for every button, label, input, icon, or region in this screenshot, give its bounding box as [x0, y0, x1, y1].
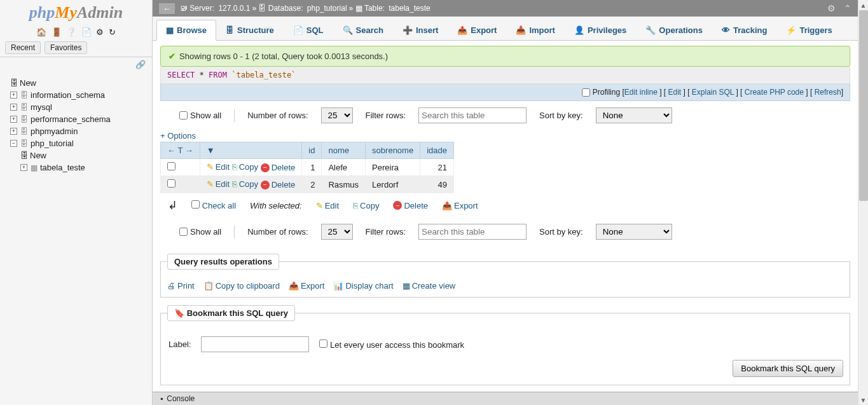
tree-db[interactable]: +🗄mysql [3, 101, 149, 113]
nav-collapse-button[interactable]: ← [159, 3, 175, 14]
settings-icon[interactable]: ⚙ [96, 27, 104, 37]
logo[interactable]: phpMyAdmin [0, 0, 152, 25]
vertical-scrollbar[interactable]: ▲ ▼ [858, 0, 868, 405]
gear-icon[interactable]: ⚙ [827, 3, 836, 13]
scroll-up-arrow[interactable]: ▲ [858, 0, 868, 10]
table-icon: ▦ [355, 4, 362, 13]
sql-icon[interactable]: 📄 [81, 27, 92, 37]
bulk-delete[interactable]: −Delete [393, 201, 428, 210]
show-all-checkbox[interactable] [179, 111, 188, 120]
bookmark-submit-button[interactable]: Bookmark this SQL query [733, 360, 843, 377]
scroll-down-arrow[interactable]: ▼ [858, 395, 868, 405]
export-icon: 📤 [442, 201, 452, 210]
show-all-control[interactable]: Show all [179, 227, 221, 237]
profiling-checkbox[interactable] [582, 88, 590, 97]
row-checkbox[interactable] [167, 179, 176, 188]
tab-structure[interactable]: 🗄Structure [216, 20, 284, 40]
num-rows-label: Number of rows: [247, 111, 308, 120]
column-id[interactable]: id [302, 142, 322, 159]
home-icon[interactable]: 🏠 [36, 27, 46, 37]
check-all-checkbox[interactable] [191, 200, 200, 209]
chart-icon: 📊 [333, 281, 343, 291]
select-all-header[interactable]: ← T → [161, 142, 200, 159]
bulk-copy[interactable]: ⎘Copy [353, 201, 379, 210]
row-delete[interactable]: −Delete [261, 163, 296, 172]
tree-db[interactable]: +🗄phpmyadmin [3, 125, 149, 137]
breadcrumb-table[interactable]: tabela_teste [389, 4, 430, 13]
expand-icon[interactable]: + [10, 116, 17, 123]
explain-link[interactable]: Explain SQL [692, 88, 734, 97]
expand-icon[interactable]: + [10, 128, 17, 135]
tab-operations[interactable]: 🔧Operations [636, 20, 712, 40]
bulk-export[interactable]: 📤Export [442, 201, 478, 210]
tab-tracking[interactable]: 👁Tracking [712, 20, 776, 40]
tab-sql[interactable]: 📄SQL [284, 20, 333, 40]
tab-insert[interactable]: ➕Insert [393, 20, 448, 40]
tab-triggers[interactable]: ⚡Triggers [776, 20, 841, 40]
filter-input[interactable] [418, 107, 527, 123]
export-link[interactable]: 📤Export [289, 281, 325, 291]
reload-icon[interactable]: ↻ [109, 27, 116, 37]
tree-db[interactable]: +🗄performance_schema [3, 113, 149, 125]
link-icon[interactable]: 🔗 [135, 60, 146, 69]
tab-search[interactable]: 🔍Search [333, 20, 393, 40]
bookmark-label-input[interactable] [201, 336, 309, 352]
row-edit[interactable]: ✎Edit [207, 162, 230, 172]
server-icon: 🖳 [180, 4, 188, 13]
profiling-label[interactable]: Profiling [593, 88, 620, 97]
bookmark-share-checkbox[interactable] [319, 340, 327, 348]
tree-new-table[interactable]: 🗄 New [3, 149, 149, 161]
num-rows-select[interactable]: 25 [321, 224, 353, 240]
row-delete[interactable]: −Delete [261, 180, 296, 189]
row-checkbox[interactable] [167, 162, 176, 170]
tab-recent[interactable]: Recent [5, 41, 41, 54]
column-sobrenome[interactable]: sobrenome [366, 142, 420, 159]
sort-key-select[interactable]: None [596, 224, 672, 240]
column-nome[interactable]: nome [322, 142, 366, 159]
options-toggle[interactable]: + Options [160, 130, 850, 142]
tree-db-expanded[interactable]: −🗄php_tutorial [3, 137, 149, 149]
new-db-icon: 🗄 [10, 78, 18, 88]
show-all-control[interactable]: Show all [179, 111, 221, 120]
tab-import[interactable]: 📥Import [506, 20, 564, 40]
tab-browse[interactable]: ▦Browse [156, 20, 216, 41]
refresh-link[interactable]: Refresh [815, 88, 841, 97]
sort-key-select[interactable]: None [596, 107, 672, 123]
edit-inline-link[interactable]: Edit inline [624, 88, 658, 97]
row-edit[interactable]: ✎Edit [207, 179, 230, 189]
expand-icon[interactable]: + [10, 92, 17, 99]
create-php-link[interactable]: Create PHP code [745, 88, 804, 97]
column-idade[interactable]: idade [420, 142, 454, 159]
print-link[interactable]: 🖨Print [167, 281, 195, 291]
expand-icon[interactable]: + [20, 164, 27, 171]
exit-icon[interactable]: 🚪 [52, 27, 62, 37]
check-all-control[interactable]: Check all [191, 200, 236, 210]
tab-privileges[interactable]: 👤Privileges [565, 20, 636, 40]
bookmark-share-control[interactable]: Let every user access this bookmark [319, 340, 464, 350]
expand-icon[interactable]: + [10, 104, 17, 111]
row-copy[interactable]: ⎘Copy [232, 162, 258, 172]
collapse-up-icon[interactable]: ⌃ [844, 3, 851, 13]
console-toggle[interactable]: ▪ Console [153, 392, 858, 405]
show-all-checkbox[interactable] [179, 228, 188, 236]
scrollbar-thumb[interactable] [859, 10, 868, 201]
sort-indicator[interactable]: ▼ [200, 142, 302, 159]
tree-table[interactable]: +▦tabela_teste [3, 161, 149, 174]
edit-link[interactable]: Edit [668, 88, 681, 97]
filter-input[interactable] [418, 224, 527, 240]
docs-icon[interactable]: ❔ [66, 27, 76, 37]
breadcrumb-db[interactable]: php_tutorial [307, 4, 347, 13]
num-rows-select[interactable]: 25 [321, 107, 353, 123]
collapse-icon[interactable]: − [10, 140, 17, 147]
tab-export[interactable]: 📤Export [448, 20, 506, 40]
bookmark-legend: 🔖 Bookmark this SQL query [167, 305, 295, 321]
bulk-edit[interactable]: ✎Edit [316, 201, 339, 210]
tree-db[interactable]: +🗄information_schema [3, 89, 149, 101]
row-copy[interactable]: ⎘Copy [232, 179, 258, 189]
clipboard-link[interactable]: 📋Copy to clipboard [203, 281, 280, 291]
create-view-link[interactable]: ▦Create view [403, 281, 456, 291]
tab-favorites[interactable]: Favorites [45, 41, 87, 54]
tree-new[interactable]: 🗄 New [3, 77, 149, 89]
chart-link[interactable]: 📊Display chart [333, 281, 393, 291]
breadcrumb-server[interactable]: 127.0.0.1 [218, 4, 250, 13]
